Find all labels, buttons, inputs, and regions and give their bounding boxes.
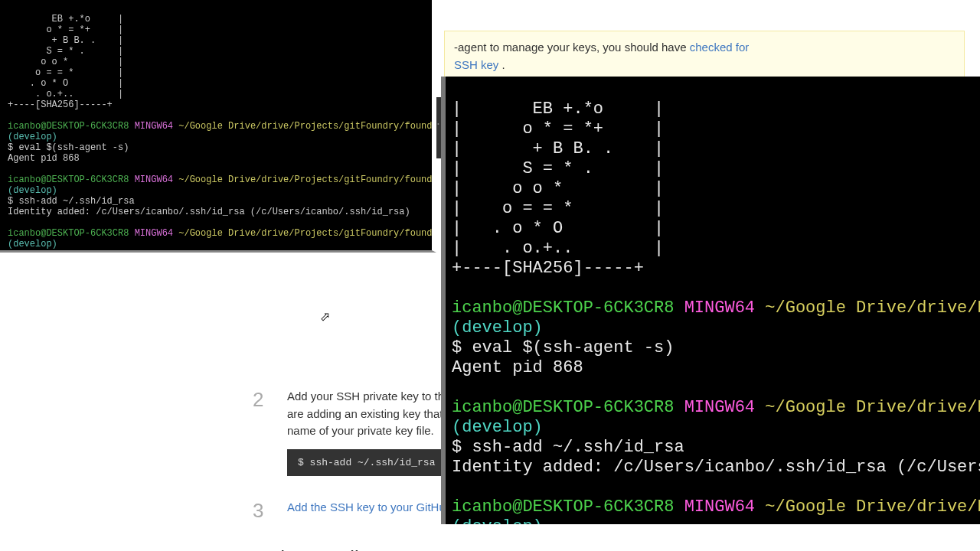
- randomart-line: + B B. . |: [8, 35, 123, 46]
- cmd-sshadd: $ ssh-add ~/.ssh/id_rsa: [452, 438, 684, 457]
- randomart-line: + B B. .: [462, 139, 654, 158]
- prompt-path: ~/Google Drive/drive/Projects/gitFoundry…: [178, 174, 436, 185]
- note-link-checked[interactable]: checked for: [690, 41, 750, 54]
- randomart-pipe: |: [654, 159, 664, 178]
- randomart-pipe: |: [654, 99, 664, 119]
- out-agent-pid: Agent pid 868: [8, 153, 80, 164]
- randomart-pipe: |: [654, 139, 664, 158]
- prompt-user: icanbo@DESKTOP-6CK3CR8: [8, 174, 129, 185]
- prompt-sys: MINGW64: [135, 174, 173, 185]
- randomart-pipe: |: [654, 119, 664, 139]
- terminal-small[interactable]: EB +.*o | o * = *+ | + B B. . | S = * . …: [0, 0, 436, 253]
- randomart-pipe: |: [452, 179, 462, 198]
- randomart-line: o * = *+ |: [8, 24, 123, 35]
- randomart-line: . o.+..: [462, 239, 654, 258]
- randomart-line: . o * O |: [8, 78, 123, 89]
- randomart-pipe: |: [654, 179, 664, 198]
- randomart-line: S = * . |: [8, 46, 123, 57]
- prompt-path: ~/Google Drive/drive/Projects/gitFoundry…: [178, 121, 436, 132]
- randomart-line: o o *: [462, 179, 654, 198]
- terminal-large[interactable]: | EB +.*o | | o * = *+ | | + B B. . | | …: [441, 77, 980, 524]
- out-agent-pid: Agent pid 868: [452, 358, 583, 377]
- prompt-path: ~/Google Drive/drive/Projects/gitFoundry…: [178, 228, 436, 239]
- randomart-end: +----[SHA256]-----+: [8, 99, 113, 110]
- prompt-sys: MINGW64: [684, 398, 755, 417]
- prompt-sys: MINGW64: [684, 497, 755, 517]
- out-identity: Identity added: /c/Users/icanbo/.ssh/id_…: [452, 458, 980, 477]
- prompt-branch: (develop): [8, 239, 57, 249]
- prompt-path: ~/Google Drive/drive/Pro: [765, 497, 980, 517]
- randomart-line: o o * |: [8, 57, 123, 67]
- prompt-path: ~/Google Drive/drive/Pro: [765, 298, 980, 318]
- prompt-sys: MINGW64: [135, 228, 173, 239]
- randomart-line: o = = * |: [8, 67, 123, 78]
- randomart-line: EB +.*o: [462, 99, 654, 119]
- step-number: 3: [253, 499, 263, 523]
- step-number: 2: [253, 388, 263, 412]
- prompt-user: icanbo@DESKTOP-6CK3CR8: [452, 298, 674, 318]
- randomart-pipe: |: [452, 99, 462, 119]
- randomart-pipe: |: [452, 239, 462, 258]
- randomart-pipe: |: [452, 159, 462, 178]
- randomart-pipe: |: [654, 239, 664, 258]
- prompt-branch: (develop): [452, 517, 543, 524]
- prompt-user: icanbo@DESKTOP-6CK3CR8: [452, 398, 674, 417]
- randomart-pipe: |: [452, 219, 462, 238]
- further-reading-heading: Further reading: [245, 546, 980, 551]
- randomart-pipe: |: [452, 139, 462, 158]
- randomart-line: . o * O: [462, 219, 654, 238]
- randomart-pipe: |: [452, 119, 462, 139]
- cmd-eval: $ eval $(ssh-agent -s): [8, 142, 129, 153]
- cmd-clip: $ clip: [8, 249, 46, 253]
- cmd-eval: $ eval $(ssh-agent -s): [452, 338, 674, 357]
- randomart-pipe: |: [654, 199, 664, 218]
- prompt-user: icanbo@DESKTOP-6CK3CR8: [452, 497, 674, 517]
- prompt-sys: MINGW64: [135, 121, 173, 132]
- cmd-sshadd: $ ssh-add ~/.ssh/id_rsa: [8, 196, 135, 207]
- note-link-sshkey[interactable]: SSH key: [454, 58, 498, 71]
- prompt-branch: (develop): [8, 185, 57, 196]
- randomart-end: +----[SHA256]-----+: [452, 259, 644, 278]
- prompt-user: icanbo@DESKTOP-6CK3CR8: [8, 228, 129, 239]
- note-period: .: [502, 58, 505, 71]
- randomart-pipe: |: [452, 199, 462, 218]
- prompt-sys: MINGW64: [684, 298, 755, 318]
- randomart-line: EB +.*o |: [8, 14, 123, 24]
- prompt-path: ~/Google Drive/drive/Pro: [765, 398, 980, 417]
- prompt-user: icanbo@DESKTOP-6CK3CR8: [8, 121, 129, 132]
- randomart-line: o * = *+: [462, 119, 654, 139]
- randomart-line: o = = *: [462, 199, 654, 218]
- randomart-pipe: |: [654, 219, 664, 238]
- prompt-branch: (develop): [452, 418, 543, 437]
- doc-tip-box: -agent to manage your keys, you should h…: [444, 31, 965, 82]
- randomart-line: S = * .: [462, 159, 654, 178]
- out-identity: Identity added: /c/Users/icanbo/.ssh/id_…: [8, 207, 410, 217]
- prompt-branch: (develop): [8, 132, 57, 142]
- prompt-branch: (develop): [452, 318, 543, 337]
- cursor-icon: [46, 250, 51, 253]
- note-text: -agent to manage your keys, you should h…: [454, 41, 690, 54]
- randomart-line: . o.+.. |: [8, 89, 123, 99]
